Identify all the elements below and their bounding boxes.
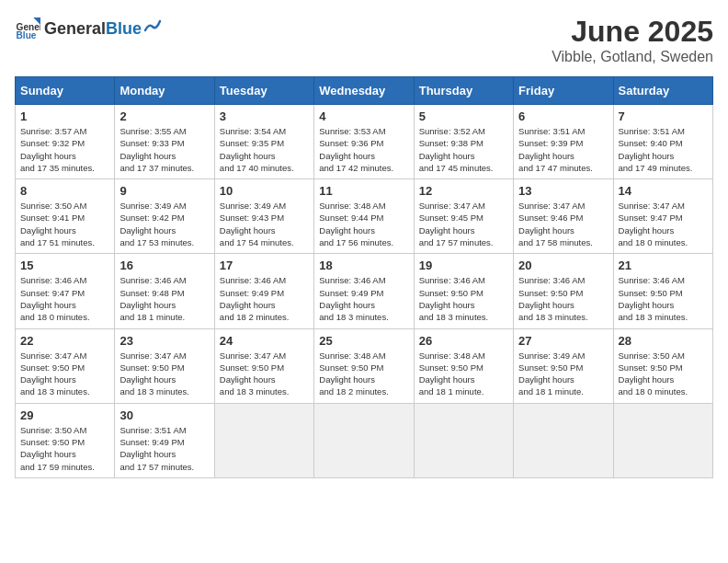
- calendar-cell: 13Sunrise: 3:47 AMSunset: 9:46 PMDayligh…: [514, 179, 613, 254]
- day-number: 22: [20, 334, 109, 348]
- logo-general-text: General: [44, 19, 106, 39]
- calendar-cell: 17Sunrise: 3:46 AMSunset: 9:49 PMDayligh…: [214, 254, 313, 328]
- day-info: Sunrise: 3:53 AMSunset: 9:36 PMDaylight …: [319, 125, 408, 174]
- location-title: Vibble, Gotland, Sweden: [552, 49, 713, 65]
- day-info: Sunrise: 3:47 AMSunset: 9:50 PMDaylight …: [119, 350, 209, 398]
- day-number: 25: [319, 334, 408, 348]
- day-info: Sunrise: 3:46 AMSunset: 9:47 PMDaylight …: [20, 274, 109, 323]
- calendar-cell: 23Sunrise: 3:47 AMSunset: 9:50 PMDayligh…: [115, 328, 214, 403]
- day-info: Sunrise: 3:46 AMSunset: 9:48 PMDaylight …: [119, 274, 209, 323]
- day-info: Sunrise: 3:46 AMSunset: 9:50 PMDaylight …: [518, 274, 608, 323]
- calendar-cell: 29Sunrise: 3:50 AMSunset: 9:50 PMDayligh…: [16, 403, 115, 477]
- day-number: 13: [518, 184, 608, 198]
- day-info: Sunrise: 3:54 AMSunset: 9:35 PMDaylight …: [220, 125, 309, 174]
- calendar-cell: [314, 403, 414, 477]
- calendar-cell: [414, 403, 513, 477]
- week-row-5: 29Sunrise: 3:50 AMSunset: 9:50 PMDayligh…: [16, 403, 713, 477]
- header-day-saturday: Saturday: [613, 77, 712, 105]
- day-info: Sunrise: 3:47 AMSunset: 9:50 PMDaylight …: [220, 350, 309, 398]
- day-number: 30: [119, 408, 209, 422]
- calendar-cell: 7Sunrise: 3:51 AMSunset: 9:40 PMDaylight…: [613, 105, 712, 179]
- day-info: Sunrise: 3:46 AMSunset: 9:49 PMDaylight …: [220, 274, 309, 323]
- week-row-1: 1Sunrise: 3:57 AMSunset: 9:32 PMDaylight…: [16, 105, 713, 179]
- calendar-cell: 2Sunrise: 3:55 AMSunset: 9:33 PMDaylight…: [115, 105, 214, 179]
- day-number: 16: [119, 259, 209, 272]
- day-info: Sunrise: 3:46 AMSunset: 9:49 PMDaylight …: [319, 274, 408, 323]
- day-info: Sunrise: 3:50 AMSunset: 9:50 PMDaylight …: [619, 350, 708, 398]
- day-info: Sunrise: 3:51 AMSunset: 9:39 PMDaylight …: [518, 125, 608, 174]
- day-number: 9: [119, 184, 209, 198]
- day-info: Sunrise: 3:47 AMSunset: 9:45 PMDaylight …: [419, 200, 508, 248]
- day-info: Sunrise: 3:48 AMSunset: 9:50 PMDaylight …: [319, 350, 408, 398]
- month-title: June 2025: [552, 15, 713, 49]
- header-day-wednesday: Wednesday: [314, 77, 414, 105]
- day-number: 24: [220, 334, 309, 348]
- day-number: 1: [20, 109, 109, 123]
- logo-wave-icon: [143, 17, 164, 34]
- logo-blue-text: Blue: [106, 19, 142, 39]
- calendar-cell: 20Sunrise: 3:46 AMSunset: 9:50 PMDayligh…: [514, 254, 613, 328]
- day-number: 4: [319, 109, 408, 123]
- calendar-cell: 11Sunrise: 3:48 AMSunset: 9:44 PMDayligh…: [314, 179, 414, 254]
- calendar-table: SundayMondayTuesdayWednesdayThursdayFrid…: [15, 76, 713, 478]
- logo-icon: General Blue: [15, 15, 40, 40]
- calendar-cell: 12Sunrise: 3:47 AMSunset: 9:45 PMDayligh…: [414, 179, 513, 254]
- calendar-cell: 21Sunrise: 3:46 AMSunset: 9:50 PMDayligh…: [613, 254, 712, 328]
- day-info: Sunrise: 3:51 AMSunset: 9:49 PMDaylight …: [119, 424, 209, 473]
- day-number: 19: [419, 259, 508, 272]
- page-header: General Blue GeneralBlue June 2025 Vibbl…: [15, 15, 713, 65]
- calendar-cell: 9Sunrise: 3:49 AMSunset: 9:42 PMDaylight…: [115, 179, 214, 254]
- day-info: Sunrise: 3:48 AMSunset: 9:50 PMDaylight …: [419, 350, 508, 398]
- day-number: 8: [20, 184, 109, 198]
- day-number: 17: [220, 259, 309, 272]
- day-info: Sunrise: 3:49 AMSunset: 9:50 PMDaylight …: [518, 350, 608, 398]
- calendar-cell: 15Sunrise: 3:46 AMSunset: 9:47 PMDayligh…: [16, 254, 115, 328]
- day-info: Sunrise: 3:46 AMSunset: 9:50 PMDaylight …: [419, 274, 508, 323]
- calendar-cell: 24Sunrise: 3:47 AMSunset: 9:50 PMDayligh…: [214, 328, 313, 403]
- svg-text:Blue: Blue: [17, 30, 37, 40]
- header-day-tuesday: Tuesday: [214, 77, 313, 105]
- calendar-cell: 14Sunrise: 3:47 AMSunset: 9:47 PMDayligh…: [613, 179, 712, 254]
- day-number: 3: [220, 109, 309, 123]
- calendar-cell: 26Sunrise: 3:48 AMSunset: 9:50 PMDayligh…: [414, 328, 513, 403]
- day-info: Sunrise: 3:50 AMSunset: 9:41 PMDaylight …: [20, 200, 109, 248]
- calendar-cell: 16Sunrise: 3:46 AMSunset: 9:48 PMDayligh…: [115, 254, 214, 328]
- calendar-cell: 22Sunrise: 3:47 AMSunset: 9:50 PMDayligh…: [16, 328, 115, 403]
- header-day-monday: Monday: [115, 77, 214, 105]
- day-number: 15: [20, 259, 109, 272]
- calendar-cell: 19Sunrise: 3:46 AMSunset: 9:50 PMDayligh…: [414, 254, 513, 328]
- day-number: 26: [419, 334, 508, 348]
- week-row-3: 15Sunrise: 3:46 AMSunset: 9:47 PMDayligh…: [16, 254, 713, 328]
- day-number: 14: [619, 184, 708, 198]
- calendar-cell: 25Sunrise: 3:48 AMSunset: 9:50 PMDayligh…: [314, 328, 414, 403]
- day-number: 29: [20, 408, 109, 422]
- day-info: Sunrise: 3:48 AMSunset: 9:44 PMDaylight …: [319, 200, 408, 248]
- calendar-cell: 4Sunrise: 3:53 AMSunset: 9:36 PMDaylight…: [314, 105, 414, 179]
- week-row-2: 8Sunrise: 3:50 AMSunset: 9:41 PMDaylight…: [16, 179, 713, 254]
- day-info: Sunrise: 3:47 AMSunset: 9:46 PMDaylight …: [518, 200, 608, 248]
- calendar-cell: 3Sunrise: 3:54 AMSunset: 9:35 PMDaylight…: [214, 105, 313, 179]
- day-number: 2: [119, 109, 209, 123]
- day-info: Sunrise: 3:47 AMSunset: 9:47 PMDaylight …: [619, 200, 708, 248]
- day-info: Sunrise: 3:49 AMSunset: 9:43 PMDaylight …: [220, 200, 309, 248]
- day-number: 5: [419, 109, 508, 123]
- day-number: 11: [319, 184, 408, 198]
- day-number: 7: [619, 109, 708, 123]
- day-info: Sunrise: 3:46 AMSunset: 9:50 PMDaylight …: [619, 274, 708, 323]
- logo: General Blue GeneralBlue: [15, 15, 164, 40]
- calendar-cell: 28Sunrise: 3:50 AMSunset: 9:50 PMDayligh…: [613, 328, 712, 403]
- calendar-cell: [514, 403, 613, 477]
- title-area: June 2025 Vibble, Gotland, Sweden: [552, 15, 713, 65]
- day-number: 20: [518, 259, 608, 272]
- day-number: 28: [619, 334, 708, 348]
- calendar-cell: 18Sunrise: 3:46 AMSunset: 9:49 PMDayligh…: [314, 254, 414, 328]
- week-row-4: 22Sunrise: 3:47 AMSunset: 9:50 PMDayligh…: [16, 328, 713, 403]
- day-number: 23: [119, 334, 209, 348]
- calendar-cell: 27Sunrise: 3:49 AMSunset: 9:50 PMDayligh…: [514, 328, 613, 403]
- calendar-cell: 8Sunrise: 3:50 AMSunset: 9:41 PMDaylight…: [16, 179, 115, 254]
- day-number: 6: [518, 109, 608, 123]
- day-number: 10: [220, 184, 309, 198]
- calendar-cell: 6Sunrise: 3:51 AMSunset: 9:39 PMDaylight…: [514, 105, 613, 179]
- day-info: Sunrise: 3:55 AMSunset: 9:33 PMDaylight …: [119, 125, 209, 174]
- calendar-cell: 1Sunrise: 3:57 AMSunset: 9:32 PMDaylight…: [16, 105, 115, 179]
